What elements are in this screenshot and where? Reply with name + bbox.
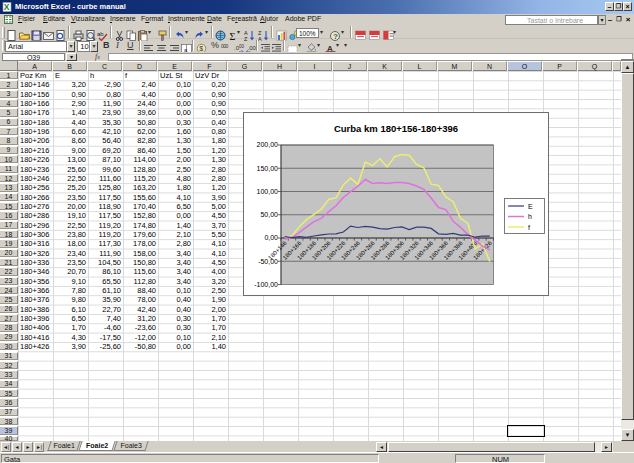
svg-text:E: E xyxy=(528,203,533,210)
svg-text:ab: ab xyxy=(97,31,104,37)
svg-text:$: $ xyxy=(199,45,203,52)
svg-text:h: h xyxy=(528,213,532,220)
svg-text:0,00: 0,00 xyxy=(264,234,278,241)
svg-text:00: 00 xyxy=(239,44,245,49)
svg-text:150,00: 150,00 xyxy=(257,165,279,172)
svg-text:-100,00: -100,00 xyxy=(254,281,278,288)
svg-text:.00: .00 xyxy=(248,45,257,51)
svg-text:f: f xyxy=(528,224,530,231)
svg-text:200,00: 200,00 xyxy=(257,141,279,148)
svg-text:100,00: 100,00 xyxy=(257,188,279,195)
svg-text:X: X xyxy=(4,2,10,12)
svg-text:Curba km 180+156-180+396: Curba km 180+156-180+396 xyxy=(334,123,458,134)
svg-text:50,00: 50,00 xyxy=(260,211,278,218)
